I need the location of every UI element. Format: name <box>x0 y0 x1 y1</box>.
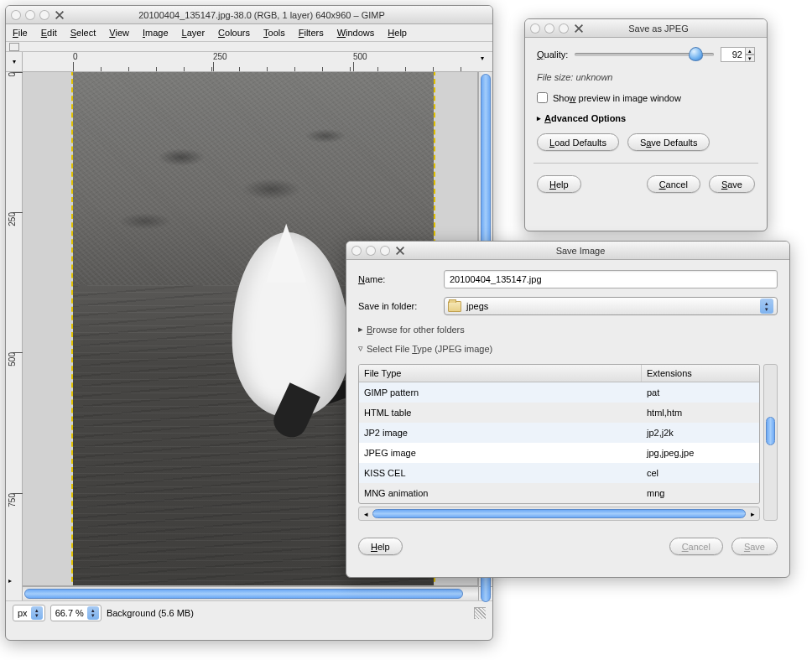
menu-filters[interactable]: Filters <box>299 28 324 38</box>
save-defaults-button[interactable]: Save Defaults <box>627 133 710 151</box>
statusbar: px 66.7 % Background (5.6 MB) <box>6 600 492 624</box>
table-header: File Type Extensions <box>359 365 759 382</box>
ruler-horizontal[interactable]: 0250500 <box>23 52 478 72</box>
table-row[interactable]: GIMP patternpat <box>359 382 759 403</box>
load-defaults-button[interactable]: Load Defaults <box>537 133 619 151</box>
quality-label: Quality: <box>537 49 568 60</box>
quality-input[interactable] <box>721 47 746 62</box>
save-button[interactable]: Save <box>731 538 778 555</box>
menu-layer[interactable]: Layer <box>182 28 206 38</box>
quick-mask-icon[interactable] <box>6 586 23 600</box>
dock-bar <box>6 42 492 52</box>
quality-spinbox[interactable]: ▴▾ <box>721 47 755 62</box>
save-button[interactable]: Save <box>709 175 755 193</box>
ruler-origin[interactable]: ▾ <box>6 52 23 72</box>
resize-grip-icon[interactable] <box>474 607 486 619</box>
quick-mask-toggle[interactable] <box>9 43 19 51</box>
table-row[interactable]: JPEG imagejpg,jpeg,jpe <box>359 443 759 463</box>
help-button[interactable]: Help <box>358 538 403 555</box>
window-title: Save Image <box>377 246 784 256</box>
menu-windows[interactable]: Windows <box>337 28 375 38</box>
menubar: FileEditSelectViewImageLayerColoursTools… <box>6 24 492 42</box>
advanced-options-toggle[interactable]: ▸Advanced Options <box>537 113 755 123</box>
units-combo[interactable]: px <box>13 605 45 621</box>
combo-arrows-icon <box>760 299 773 314</box>
triangle-right-icon: ▸ <box>358 324 363 335</box>
triangle-right-icon: ▸ <box>537 114 541 122</box>
preview-label: Show preview in image window <box>553 93 681 103</box>
scrollbar-horizontal[interactable] <box>23 586 478 600</box>
slider-knob[interactable] <box>689 47 703 61</box>
table-vscroll[interactable] <box>763 364 778 521</box>
table-row[interactable]: KISS CELcel <box>359 463 759 483</box>
titlebar[interactable]: Save Image <box>346 242 789 260</box>
table-hscroll[interactable]: ◂ ▸ <box>358 507 760 521</box>
window-title: 20100404_135147.jpg-38.0 (RGB, 1 layer) … <box>36 10 487 20</box>
status-text: Background (5.6 MB) <box>107 608 469 618</box>
folder-icon <box>448 301 461 312</box>
name-input[interactable] <box>444 270 778 288</box>
col-filetype[interactable]: File Type <box>359 365 642 382</box>
save-image-dialog: Save Image Name: Save in folder: jpegs ▸… <box>346 241 790 578</box>
folder-combo[interactable]: jpegs <box>444 297 778 315</box>
menu-view[interactable]: View <box>109 28 129 38</box>
table-row[interactable]: MNG animationmng <box>359 483 759 503</box>
titlebar[interactable]: Save as JPEG <box>525 19 767 38</box>
menu-file[interactable]: File <box>13 28 28 38</box>
spin-down-icon[interactable]: ▾ <box>745 55 755 62</box>
filetype-table[interactable]: File Type Extensions GIMP patternpatHTML… <box>358 364 760 504</box>
browse-folders-toggle[interactable]: ▸Browse for other folders <box>358 324 778 335</box>
quality-slider[interactable] <box>575 53 714 56</box>
ruler-vertical[interactable]: ▸ 0250500750 <box>6 72 23 586</box>
minimize-icon[interactable] <box>25 10 35 20</box>
triangle-down-icon: ▿ <box>358 343 363 354</box>
scroll-left-icon[interactable]: ◂ <box>360 508 372 519</box>
table-row[interactable]: HTML tablehtml,htm <box>359 403 759 423</box>
cancel-button[interactable]: Cancel <box>647 175 700 193</box>
titlebar[interactable]: 20100404_135147.jpg-38.0 (RGB, 1 layer) … <box>6 6 492 24</box>
close-icon[interactable] <box>530 23 540 34</box>
minimize-icon[interactable] <box>366 246 376 256</box>
preview-checkbox[interactable] <box>537 92 548 103</box>
minimize-icon[interactable] <box>544 23 554 34</box>
cancel-button[interactable]: Cancel <box>669 538 723 555</box>
close-icon[interactable] <box>351 246 362 256</box>
menu-image[interactable]: Image <box>143 28 169 38</box>
menu-colours[interactable]: Colours <box>218 28 250 38</box>
filesize-text: File size: unknown <box>537 72 755 82</box>
menu-select[interactable]: Select <box>70 28 96 38</box>
table-row[interactable]: JP2 imagejp2,j2k <box>359 423 759 443</box>
ruler-cap: ▾ <box>478 52 492 72</box>
close-icon[interactable] <box>11 10 21 20</box>
menu-help[interactable]: Help <box>388 28 407 38</box>
spin-up-icon[interactable]: ▴ <box>745 47 755 55</box>
zoom-combo[interactable]: 66.7 % <box>50 605 102 621</box>
menu-tools[interactable]: Tools <box>263 28 285 38</box>
save-as-jpeg-dialog: Save as JPEG Quality: ▴▾ File size: unkn… <box>524 18 768 231</box>
col-extensions[interactable]: Extensions <box>642 365 759 382</box>
select-filetype-toggle[interactable]: ▿Select File Type (JPEG image) <box>358 343 778 354</box>
menu-edit[interactable]: Edit <box>41 28 57 38</box>
name-label: Name: <box>358 274 434 284</box>
folder-label: Save in folder: <box>358 301 434 311</box>
scroll-right-icon[interactable]: ▸ <box>747 508 758 519</box>
folder-name: jpegs <box>466 301 488 311</box>
window-title: Save as JPEG <box>555 23 762 34</box>
help-button[interactable]: Help <box>537 175 581 193</box>
